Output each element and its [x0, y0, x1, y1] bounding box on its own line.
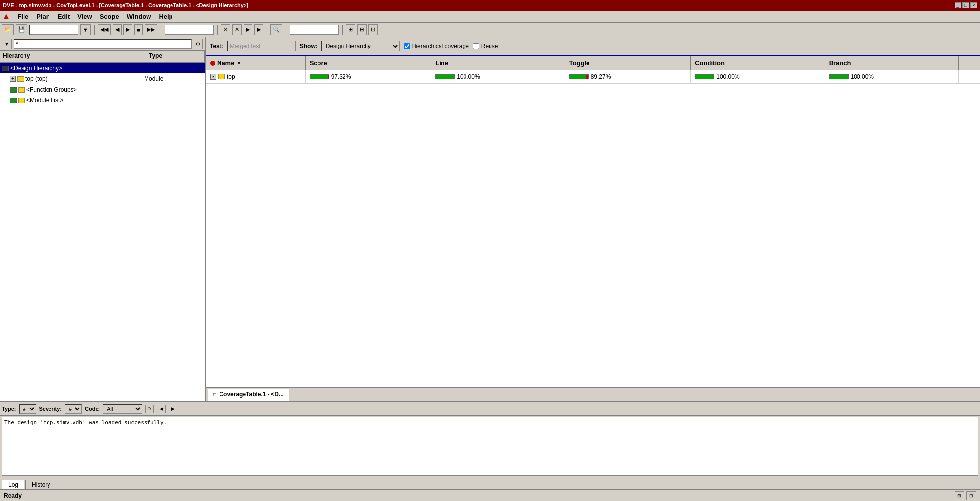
- bottom-panel: Type: # Severity: # Code: All ⊙ ◀ ▶ The …: [0, 401, 980, 489]
- tab-icon: □: [213, 392, 216, 397]
- toolbar-search[interactable]: [165, 25, 214, 35]
- log-message: The design 'top.simv.vdb' was loaded suc…: [4, 419, 167, 426]
- separator-4: [267, 25, 267, 35]
- tree-item-label: <Design Hierarchy>: [10, 65, 144, 72]
- nav-first-btn[interactable]: ⊙: [145, 405, 154, 413]
- show-select[interactable]: Design Hierarchy: [321, 41, 400, 51]
- tree-row-indent: <Design Hierarchy>: [2, 65, 144, 72]
- tab-history[interactable]: History: [25, 480, 56, 489]
- menu-help[interactable]: Help: [155, 12, 176, 21]
- toolbar-save[interactable]: 💾: [16, 24, 27, 35]
- hierarchical-checkbox[interactable]: [404, 43, 410, 49]
- reuse-checkbox[interactable]: [473, 43, 479, 49]
- minimize-button[interactable]: _: [955, 2, 961, 8]
- toolbar-prev[interactable]: ◀: [113, 24, 122, 35]
- separator-3: [217, 25, 218, 35]
- expand-icon[interactable]: +: [10, 76, 16, 82]
- close-button[interactable]: ×: [970, 2, 977, 8]
- branch-value: 100.00%: [851, 73, 874, 80]
- code-select[interactable]: All: [103, 404, 142, 414]
- window-controls[interactable]: _ □ ×: [955, 2, 977, 8]
- left-panel: ▼ ⚙ Hierarchy Type <Design Hierarchy> +: [0, 37, 206, 401]
- tree-content: <Design Hierarchy> + top (top) Module <F: [0, 63, 205, 401]
- main-area: ▼ ⚙ Hierarchy Type <Design Hierarchy> +: [0, 37, 980, 401]
- toolbar-btn-c[interactable]: ▶: [244, 24, 252, 35]
- hierarchical-label: Hierarchical coverage: [412, 43, 469, 49]
- row-expand-icon[interactable]: ▪: [210, 74, 216, 80]
- toolbar-btn-a[interactable]: ✕: [221, 24, 230, 35]
- tab-log[interactable]: Log: [2, 480, 24, 489]
- toolbar-btn-d[interactable]: ▶: [254, 24, 263, 35]
- toolbar-grid[interactable]: ⊟: [357, 24, 367, 35]
- toolbar-text-input[interactable]: [29, 25, 78, 35]
- severity-select[interactable]: #: [65, 404, 82, 414]
- nav-prev-btn[interactable]: ◀: [157, 405, 166, 413]
- col-branch: Branch: [825, 56, 958, 70]
- row-folder-icon: [218, 74, 225, 79]
- hierarchical-checkbox-label[interactable]: Hierarchical coverage: [404, 43, 469, 49]
- search-input[interactable]: [14, 39, 192, 49]
- score-bar: [310, 74, 329, 79]
- toolbar-stop[interactable]: ■: [134, 24, 143, 35]
- row-name-label: top: [227, 73, 235, 80]
- nav-next-btn[interactable]: ▶: [169, 405, 177, 413]
- toolbar-expand[interactable]: ⊡: [368, 24, 378, 35]
- test-input[interactable]: [227, 41, 296, 51]
- right-panel: Test: Show: Design Hierarchy Hierarchica…: [206, 37, 980, 401]
- status-icon-2: ⊡: [966, 491, 976, 500]
- toolbar-dropdown[interactable]: ▼: [80, 24, 91, 35]
- reuse-checkbox-label[interactable]: Reuse: [473, 43, 498, 49]
- reuse-label: Reuse: [481, 43, 498, 49]
- data-table: Name ▼ Score Line Toggle Condition Branc…: [206, 56, 980, 84]
- menu-window[interactable]: Window: [123, 12, 155, 21]
- log-area: The design 'top.simv.vdb' was loaded suc…: [2, 417, 978, 476]
- toggle-bar: [569, 74, 589, 79]
- col-name: Name ▼: [206, 56, 306, 70]
- status-text: Ready: [4, 492, 22, 499]
- toolbar-back[interactable]: ◀◀: [98, 24, 111, 35]
- toggle-value: 89.27%: [591, 73, 611, 80]
- tree-row[interactable]: + top (top) Module: [0, 73, 205, 84]
- cell-toggle: 89.27%: [565, 70, 691, 84]
- status-icon-1: ⊞: [955, 491, 964, 500]
- menu-plan[interactable]: Plan: [32, 12, 53, 21]
- title-bar: DVE - top.simv.vdb - CovTopLevel.1 - [Co…: [0, 0, 980, 11]
- toolbar-next[interactable]: ▶: [123, 24, 132, 35]
- maximize-button[interactable]: □: [962, 2, 969, 8]
- main-toolbar: 📂 💾 ▼ ◀◀ ◀ ▶ ■ ▶▶ ✕ ✕ ▶ ▶ 🔍 ⊞ ⊟ ⊡: [0, 23, 980, 37]
- condition-value: 100.00%: [716, 73, 739, 80]
- menu-file[interactable]: File: [14, 12, 32, 21]
- separator-1: [94, 25, 95, 35]
- tree-row[interactable]: <Design Hierarchy>: [0, 63, 205, 73]
- cell-score: 97.32%: [305, 70, 431, 84]
- toolbar-run[interactable]: ▶▶: [145, 24, 157, 35]
- menu-bar: ▲ File Plan Edit View Scope Window Help: [0, 11, 980, 23]
- tree-row[interactable]: <Module List>: [0, 95, 205, 106]
- menu-view[interactable]: View: [74, 12, 96, 21]
- line-bar: [435, 74, 455, 79]
- type-select[interactable]: #: [19, 404, 36, 414]
- tree-row-indent: + top (top): [2, 75, 144, 82]
- col-score: Score: [305, 56, 431, 70]
- severity-label: Severity:: [39, 406, 62, 412]
- table-row[interactable]: ▪ top 97.32% 100.00% 89.27% 100.00% 100.…: [206, 70, 980, 84]
- tree-header: Hierarchy Type: [0, 51, 205, 63]
- search-filter-btn[interactable]: ▼: [2, 39, 12, 49]
- menu-scope[interactable]: Scope: [96, 12, 123, 21]
- toolbar-open[interactable]: 📂: [2, 24, 14, 35]
- toolbar-btn-b[interactable]: ✕: [232, 24, 242, 35]
- type-label: Type:: [2, 406, 16, 412]
- score-value: 97.32%: [331, 73, 351, 80]
- bottom-tabs: Log History: [0, 477, 980, 489]
- name-indicator: [210, 61, 215, 66]
- tab-coverage-table[interactable]: □ CoverageTable.1 - <D...: [208, 389, 289, 401]
- toolbar-zoom[interactable]: 🔍: [270, 24, 282, 35]
- search-settings-btn[interactable]: ⚙: [194, 39, 203, 49]
- toolbar-input-2[interactable]: [290, 25, 339, 35]
- title-text: DVE - top.simv.vdb - CovTopLevel.1 - [Co…: [3, 2, 248, 8]
- toolbar-window[interactable]: ⊞: [346, 24, 355, 35]
- cell-extra: [959, 70, 980, 84]
- coverage-table: Name ▼ Score Line Toggle Condition Branc…: [206, 56, 980, 387]
- tree-row[interactable]: <Function Groups>: [0, 84, 205, 95]
- menu-edit[interactable]: Edit: [54, 12, 74, 21]
